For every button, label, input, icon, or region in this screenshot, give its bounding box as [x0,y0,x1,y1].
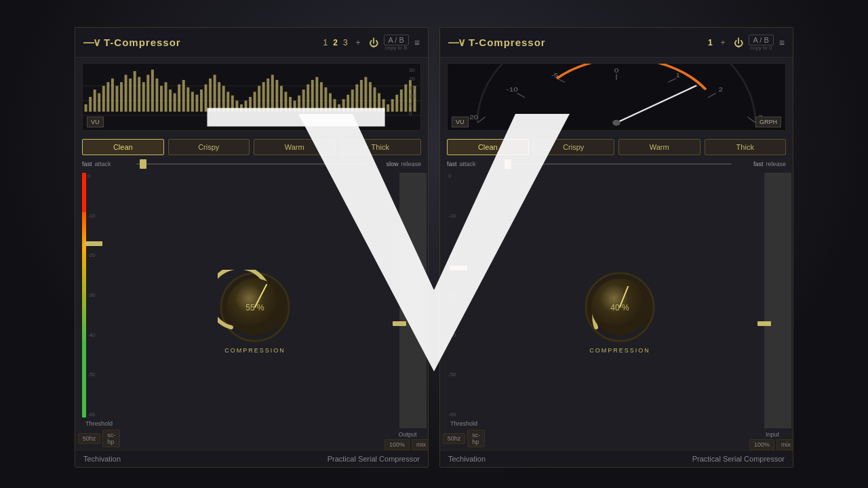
left-power-btn[interactable]: ⏻ [369,37,378,48]
left-attack-speed: fast [82,161,92,167]
left-knob-svg[interactable]: 55 % [218,270,292,344]
svg-rect-47 [275,80,278,112]
left-instance-2[interactable]: 2 [333,38,338,47]
left-output-mix[interactable]: mix [412,439,429,450]
svg-rect-25 [178,84,180,111]
right-input-mix[interactable]: mix [776,439,793,450]
left-instance-3[interactable]: 3 [343,38,348,47]
svg-rect-27 [186,87,189,112]
right-preset-buttons: Clean Crispy Warm Thick [440,136,793,161]
left-attack-group: fast attack [82,161,136,167]
left-menu-btn[interactable]: ≡ [414,37,420,48]
right-add-btn[interactable]: + [718,37,728,49]
right-input-section: 20 15 10 5 0 -5 -10 Input [759,173,786,450]
svg-rect-7 [98,94,100,112]
right-copy-to: copy to 0 [750,45,772,51]
left-main-controls: 0 -10 -20 -30 -40 -50 -60 Threshold [82,173,421,450]
right-threshold-thumb[interactable] [450,266,467,270]
left-output-label[interactable]: Output [398,431,416,438]
left-output-thumb[interactable] [393,321,406,326]
left-preset-thick[interactable]: Thick [340,139,422,155]
left-brand: Techivation [83,455,121,463]
svg-rect-44 [262,82,265,112]
right-input-value[interactable]: 100% [749,439,774,450]
left-output-value[interactable]: 100% [384,439,410,450]
right-filter-1[interactable]: 50hz [443,433,466,444]
svg-rect-11 [115,86,118,112]
svg-rect-10 [111,79,114,112]
svg-rect-29 [195,95,198,112]
left-instance-1[interactable]: 1 [323,38,328,47]
left-preset-clean[interactable]: Clean [82,139,164,155]
right-grph-btn[interactable]: GRPH [755,117,781,127]
left-filter-2[interactable]: sc-hp [102,430,120,447]
right-logo-mark: —∨ [448,36,465,49]
left-preset-crispy[interactable]: Crispy [168,139,250,155]
svg-rect-67 [364,77,367,112]
right-preset-crispy[interactable]: Crispy [533,139,615,155]
left-knob-container[interactable]: 55 % [218,270,292,344]
right-preset-thick[interactable]: Thick [705,139,787,155]
left-attack-thumb[interactable] [140,159,146,169]
left-ar-row: fast attack slow release [82,161,421,167]
svg-rect-31 [205,84,208,111]
left-threshold-thumb[interactable] [85,241,102,246]
svg-rect-56 [315,77,318,112]
right-ab-btn[interactable]: A / B [749,35,774,45]
right-preset-warm[interactable]: Warm [618,139,701,155]
svg-rect-23 [169,89,172,112]
left-header-controls: 1 2 3 + ⏻ A / B copy to B ≡ [323,35,420,51]
left-copy-to: copy to B [385,45,408,51]
left-output-labels: Output 100% mix [384,428,429,450]
svg-rect-16 [138,77,140,112]
right-header-controls: 1 + ⏻ A / B copy to 0 ≡ [708,35,785,51]
thresh-scale-50: -50 [87,371,116,378]
left-add-btn[interactable]: + [353,37,363,49]
right-release-speed: fast [753,161,764,167]
right-thresh-scale-30: -30 [448,292,481,298]
right-panel-footer: Techivation Practical Serial Compressor [440,450,793,467]
right-attack-slider[interactable] [501,163,732,165]
right-controls: fast attack fast release 0 [440,161,793,450]
svg-rect-5 [89,97,92,112]
right-power-btn[interactable]: ⏻ [734,37,743,48]
left-panel: —∨ T-Compressor 1 2 3 + ⏻ A / B copy to … [75,27,429,468]
left-panel-footer: Techivation Practical Serial Compressor [75,450,428,467]
svg-rect-35 [222,86,225,112]
left-vu-btn[interactable]: VU [87,117,104,127]
right-attack-thumb[interactable] [505,159,511,169]
svg-rect-57 [320,82,323,112]
svg-rect-75 [400,89,403,112]
right-knob-svg[interactable]: 40 % [583,270,657,344]
left-filter-1[interactable]: 50hz [78,433,101,444]
right-knob-container[interactable]: 40 % [583,270,657,344]
thresh-scale-30: -30 [87,292,116,298]
right-input-label[interactable]: Input [766,431,779,438]
right-input-thumb[interactable] [757,321,771,326]
left-threshold-section: 0 -10 -20 -30 -40 -50 -60 Threshold [82,173,116,450]
left-product: Practical Serial Compressor [328,455,420,463]
right-vu-btn[interactable]: VU [452,117,469,127]
svg-text:-10: -10 [507,87,518,93]
svg-rect-21 [160,86,163,112]
left-attack-slider[interactable] [136,163,367,165]
svg-rect-13 [125,75,127,111]
thresh-scale-0: 0 [87,173,116,179]
left-display: VU 30 20 15 10 5 0 [82,63,421,131]
right-attack-speed: fast [447,161,457,167]
left-preset-warm[interactable]: Warm [254,139,336,155]
left-compression-section: 55 % COMPRESSION [121,173,389,450]
right-preset-clean[interactable]: Clean [447,139,529,155]
left-panel-header: —∨ T-Compressor 1 2 3 + ⏻ A / B copy to … [75,28,428,58]
left-ab-btn[interactable]: A / B [384,35,409,45]
svg-text:-20: -20 [467,114,478,120]
right-input-labels: Input 100% mix [749,428,793,450]
thresh-scale-60: -60 [87,411,116,418]
right-instance-1[interactable]: 1 [708,38,713,47]
right-filter-2[interactable]: sc-hp [467,430,485,447]
right-attack-label: attack [460,161,476,167]
right-compression-section: 40 % COMPRESSION [486,173,753,450]
svg-rect-19 [151,70,154,112]
right-vu-display: -20 -10 -5 0 1 2 3 [448,64,785,130]
right-menu-btn[interactable]: ≡ [779,37,785,48]
